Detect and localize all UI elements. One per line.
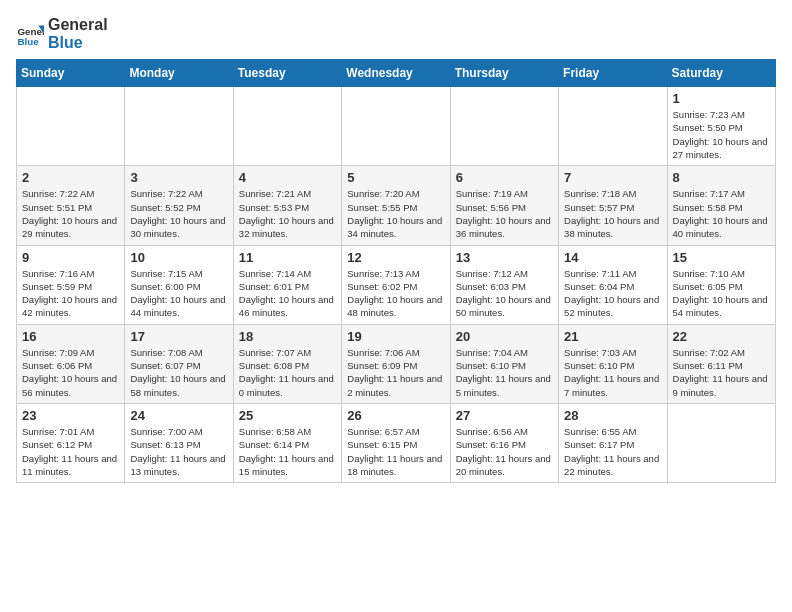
day-number: 1: [673, 91, 770, 106]
day-info: Sunrise: 7:14 AM Sunset: 6:01 PM Dayligh…: [239, 267, 336, 320]
day-info: Sunrise: 7:02 AM Sunset: 6:11 PM Dayligh…: [673, 346, 770, 399]
day-number: 16: [22, 329, 119, 344]
day-number: 25: [239, 408, 336, 423]
calendar-cell: 20Sunrise: 7:04 AM Sunset: 6:10 PM Dayli…: [450, 324, 558, 403]
day-number: 20: [456, 329, 553, 344]
day-info: Sunrise: 7:18 AM Sunset: 5:57 PM Dayligh…: [564, 187, 661, 240]
calendar-cell: 23Sunrise: 7:01 AM Sunset: 6:12 PM Dayli…: [17, 403, 125, 482]
day-number: 14: [564, 250, 661, 265]
day-info: Sunrise: 7:06 AM Sunset: 6:09 PM Dayligh…: [347, 346, 444, 399]
calendar-cell: 14Sunrise: 7:11 AM Sunset: 6:04 PM Dayli…: [559, 245, 667, 324]
calendar-cell: [233, 87, 341, 166]
svg-text:Blue: Blue: [17, 36, 39, 47]
page-header: General Blue General Blue: [16, 16, 776, 51]
day-number: 21: [564, 329, 661, 344]
calendar-week-1: 2Sunrise: 7:22 AM Sunset: 5:51 PM Daylig…: [17, 166, 776, 245]
day-header-monday: Monday: [125, 60, 233, 87]
calendar-cell: 15Sunrise: 7:10 AM Sunset: 6:05 PM Dayli…: [667, 245, 775, 324]
day-info: Sunrise: 7:22 AM Sunset: 5:52 PM Dayligh…: [130, 187, 227, 240]
calendar-cell: 8Sunrise: 7:17 AM Sunset: 5:58 PM Daylig…: [667, 166, 775, 245]
calendar-cell: 7Sunrise: 7:18 AM Sunset: 5:57 PM Daylig…: [559, 166, 667, 245]
calendar-cell: 12Sunrise: 7:13 AM Sunset: 6:02 PM Dayli…: [342, 245, 450, 324]
calendar-cell: 17Sunrise: 7:08 AM Sunset: 6:07 PM Dayli…: [125, 324, 233, 403]
calendar-week-3: 16Sunrise: 7:09 AM Sunset: 6:06 PM Dayli…: [17, 324, 776, 403]
calendar-cell: 2Sunrise: 7:22 AM Sunset: 5:51 PM Daylig…: [17, 166, 125, 245]
logo-general: General: [48, 16, 108, 33]
calendar-table: SundayMondayTuesdayWednesdayThursdayFrid…: [16, 59, 776, 483]
day-number: 15: [673, 250, 770, 265]
day-header-thursday: Thursday: [450, 60, 558, 87]
day-info: Sunrise: 7:00 AM Sunset: 6:13 PM Dayligh…: [130, 425, 227, 478]
day-info: Sunrise: 7:22 AM Sunset: 5:51 PM Dayligh…: [22, 187, 119, 240]
day-info: Sunrise: 7:03 AM Sunset: 6:10 PM Dayligh…: [564, 346, 661, 399]
calendar-cell: 27Sunrise: 6:56 AM Sunset: 6:16 PM Dayli…: [450, 403, 558, 482]
day-number: 9: [22, 250, 119, 265]
day-header-wednesday: Wednesday: [342, 60, 450, 87]
logo: General Blue General Blue: [16, 16, 108, 51]
day-info: Sunrise: 6:56 AM Sunset: 6:16 PM Dayligh…: [456, 425, 553, 478]
day-number: 13: [456, 250, 553, 265]
calendar-cell: 3Sunrise: 7:22 AM Sunset: 5:52 PM Daylig…: [125, 166, 233, 245]
day-header-sunday: Sunday: [17, 60, 125, 87]
day-info: Sunrise: 6:57 AM Sunset: 6:15 PM Dayligh…: [347, 425, 444, 478]
calendar-cell: 10Sunrise: 7:15 AM Sunset: 6:00 PM Dayli…: [125, 245, 233, 324]
day-info: Sunrise: 7:21 AM Sunset: 5:53 PM Dayligh…: [239, 187, 336, 240]
day-info: Sunrise: 7:23 AM Sunset: 5:50 PM Dayligh…: [673, 108, 770, 161]
logo-icon: General Blue: [16, 20, 44, 48]
day-number: 5: [347, 170, 444, 185]
day-info: Sunrise: 7:01 AM Sunset: 6:12 PM Dayligh…: [22, 425, 119, 478]
day-info: Sunrise: 7:13 AM Sunset: 6:02 PM Dayligh…: [347, 267, 444, 320]
day-number: 27: [456, 408, 553, 423]
calendar-cell: 9Sunrise: 7:16 AM Sunset: 5:59 PM Daylig…: [17, 245, 125, 324]
day-number: 22: [673, 329, 770, 344]
day-number: 17: [130, 329, 227, 344]
calendar-cell: 11Sunrise: 7:14 AM Sunset: 6:01 PM Dayli…: [233, 245, 341, 324]
day-number: 26: [347, 408, 444, 423]
day-info: Sunrise: 7:08 AM Sunset: 6:07 PM Dayligh…: [130, 346, 227, 399]
day-number: 12: [347, 250, 444, 265]
day-info: Sunrise: 7:11 AM Sunset: 6:04 PM Dayligh…: [564, 267, 661, 320]
day-info: Sunrise: 6:55 AM Sunset: 6:17 PM Dayligh…: [564, 425, 661, 478]
day-info: Sunrise: 7:09 AM Sunset: 6:06 PM Dayligh…: [22, 346, 119, 399]
calendar-cell: [125, 87, 233, 166]
day-info: Sunrise: 6:58 AM Sunset: 6:14 PM Dayligh…: [239, 425, 336, 478]
day-info: Sunrise: 7:17 AM Sunset: 5:58 PM Dayligh…: [673, 187, 770, 240]
calendar-cell: 26Sunrise: 6:57 AM Sunset: 6:15 PM Dayli…: [342, 403, 450, 482]
calendar-cell: [450, 87, 558, 166]
calendar-header-row: SundayMondayTuesdayWednesdayThursdayFrid…: [17, 60, 776, 87]
day-number: 4: [239, 170, 336, 185]
calendar-cell: [342, 87, 450, 166]
calendar-cell: 24Sunrise: 7:00 AM Sunset: 6:13 PM Dayli…: [125, 403, 233, 482]
day-info: Sunrise: 7:07 AM Sunset: 6:08 PM Dayligh…: [239, 346, 336, 399]
calendar-cell: [667, 403, 775, 482]
calendar-week-4: 23Sunrise: 7:01 AM Sunset: 6:12 PM Dayli…: [17, 403, 776, 482]
day-header-friday: Friday: [559, 60, 667, 87]
calendar-cell: [559, 87, 667, 166]
day-info: Sunrise: 7:12 AM Sunset: 6:03 PM Dayligh…: [456, 267, 553, 320]
day-number: 10: [130, 250, 227, 265]
calendar-cell: 22Sunrise: 7:02 AM Sunset: 6:11 PM Dayli…: [667, 324, 775, 403]
day-number: 3: [130, 170, 227, 185]
day-number: 23: [22, 408, 119, 423]
calendar-cell: 6Sunrise: 7:19 AM Sunset: 5:56 PM Daylig…: [450, 166, 558, 245]
calendar-cell: [17, 87, 125, 166]
day-info: Sunrise: 7:15 AM Sunset: 6:00 PM Dayligh…: [130, 267, 227, 320]
day-header-saturday: Saturday: [667, 60, 775, 87]
calendar-cell: 13Sunrise: 7:12 AM Sunset: 6:03 PM Dayli…: [450, 245, 558, 324]
logo-blue: Blue: [48, 34, 83, 51]
calendar-cell: 4Sunrise: 7:21 AM Sunset: 5:53 PM Daylig…: [233, 166, 341, 245]
calendar-cell: 16Sunrise: 7:09 AM Sunset: 6:06 PM Dayli…: [17, 324, 125, 403]
day-number: 2: [22, 170, 119, 185]
calendar-cell: 1Sunrise: 7:23 AM Sunset: 5:50 PM Daylig…: [667, 87, 775, 166]
calendar-cell: 18Sunrise: 7:07 AM Sunset: 6:08 PM Dayli…: [233, 324, 341, 403]
day-info: Sunrise: 7:04 AM Sunset: 6:10 PM Dayligh…: [456, 346, 553, 399]
calendar-cell: 25Sunrise: 6:58 AM Sunset: 6:14 PM Dayli…: [233, 403, 341, 482]
day-number: 19: [347, 329, 444, 344]
day-info: Sunrise: 7:16 AM Sunset: 5:59 PM Dayligh…: [22, 267, 119, 320]
day-info: Sunrise: 7:10 AM Sunset: 6:05 PM Dayligh…: [673, 267, 770, 320]
calendar-week-0: 1Sunrise: 7:23 AM Sunset: 5:50 PM Daylig…: [17, 87, 776, 166]
day-header-tuesday: Tuesday: [233, 60, 341, 87]
day-number: 8: [673, 170, 770, 185]
day-info: Sunrise: 7:19 AM Sunset: 5:56 PM Dayligh…: [456, 187, 553, 240]
calendar-cell: 5Sunrise: 7:20 AM Sunset: 5:55 PM Daylig…: [342, 166, 450, 245]
